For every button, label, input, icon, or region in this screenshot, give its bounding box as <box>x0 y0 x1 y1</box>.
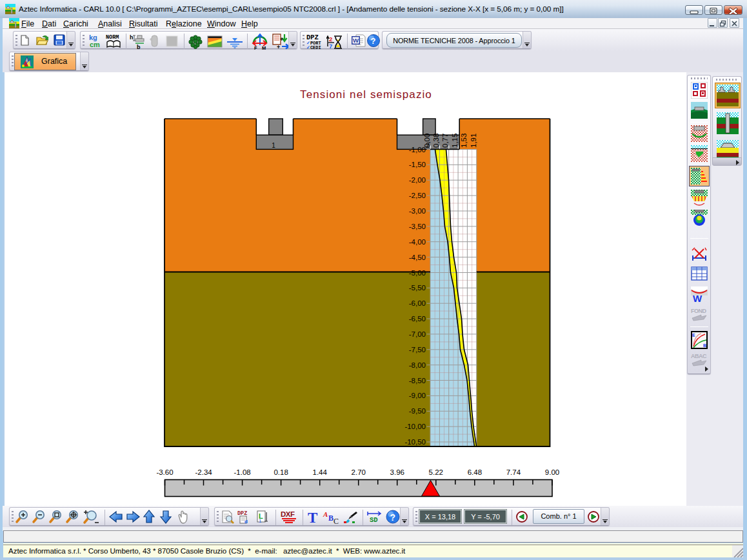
svg-text:3.96: 3.96 <box>390 468 404 476</box>
svg-text:-7,50: -7,50 <box>409 346 426 354</box>
svg-text:M: M <box>262 45 266 50</box>
svg-text:SD: SD <box>370 516 378 524</box>
svg-text:1,91: 1,91 <box>470 134 477 148</box>
svg-text:-2,00: -2,00 <box>409 176 426 184</box>
svg-text:0,38: 0,38 <box>432 134 440 148</box>
svg-text:-3,00: -3,00 <box>409 207 426 215</box>
svg-text:B: B <box>703 343 706 348</box>
svg-text:9.00: 9.00 <box>545 468 559 476</box>
svg-text:FOND: FOND <box>691 308 706 314</box>
svg-text:-3.60: -3.60 <box>156 468 173 476</box>
svg-text:F: F <box>254 45 257 50</box>
svg-text:h: h <box>130 34 134 41</box>
svg-text:-1,50: -1,50 <box>409 161 426 168</box>
svg-text:ABAC: ABAC <box>691 353 707 359</box>
svg-text:W: W <box>693 293 702 304</box>
svg-text:-7,00: -7,00 <box>409 330 426 338</box>
svg-text:-5,50: -5,50 <box>409 284 426 292</box>
svg-text:+: + <box>277 44 280 50</box>
svg-text:?: ? <box>371 36 376 46</box>
svg-text:-8,00: -8,00 <box>409 361 426 369</box>
svg-text:-2,50: -2,50 <box>409 192 426 199</box>
svg-text:B: B <box>328 514 334 523</box>
svg-text:d: d <box>244 519 248 525</box>
svg-text:-10,50: -10,50 <box>404 438 426 446</box>
svg-text:A: A <box>323 510 328 518</box>
svg-text:1,53: 1,53 <box>460 134 468 148</box>
svg-text:5.22: 5.22 <box>429 468 443 476</box>
svg-text:?: ? <box>390 512 396 523</box>
svg-text:-5,00: -5,00 <box>409 269 426 277</box>
svg-text:-8,50: -8,50 <box>409 377 426 385</box>
svg-text:-9,50: -9,50 <box>409 407 426 415</box>
svg-text:NORM: NORM <box>106 34 119 41</box>
svg-text:2.70: 2.70 <box>352 468 366 476</box>
svg-text:+: + <box>280 36 283 43</box>
svg-text:-9,00: -9,00 <box>409 392 426 399</box>
svg-text:-6,00: -6,00 <box>409 299 426 307</box>
svg-text:2: 2 <box>426 142 430 149</box>
svg-text:7.74: 7.74 <box>506 468 521 476</box>
svg-text:-10,00: -10,00 <box>404 423 426 430</box>
svg-text:b: b <box>137 44 141 50</box>
svg-text:DXF: DXF <box>281 510 295 518</box>
svg-text:-3,50: -3,50 <box>409 223 426 230</box>
svg-text:1: 1 <box>272 142 275 149</box>
svg-text:1,15: 1,15 <box>451 134 459 148</box>
svg-text:T: T <box>308 510 317 525</box>
svg-text:1: 1 <box>259 518 262 524</box>
svg-text:-4,00: -4,00 <box>409 238 426 246</box>
svg-text:0,77: 0,77 <box>441 134 449 148</box>
svg-text:6.48: 6.48 <box>468 468 482 476</box>
svg-text:E: E <box>692 333 695 337</box>
svg-text:C: C <box>334 517 339 525</box>
svg-text:7: 7 <box>329 43 332 50</box>
svg-text:2: 2 <box>329 35 332 43</box>
svg-text:1.44: 1.44 <box>313 468 328 476</box>
svg-text:W: W <box>353 37 359 44</box>
svg-text:0.18: 0.18 <box>274 468 288 476</box>
svg-text:-4,50: -4,50 <box>409 254 426 261</box>
svg-text:cm: cm <box>90 41 100 48</box>
svg-text:-6,50: -6,50 <box>409 315 426 323</box>
svg-text:-1.08: -1.08 <box>234 468 250 476</box>
svg-text:✓CEDI: ✓CEDI <box>306 45 321 50</box>
svg-text:-2.34: -2.34 <box>195 468 212 476</box>
